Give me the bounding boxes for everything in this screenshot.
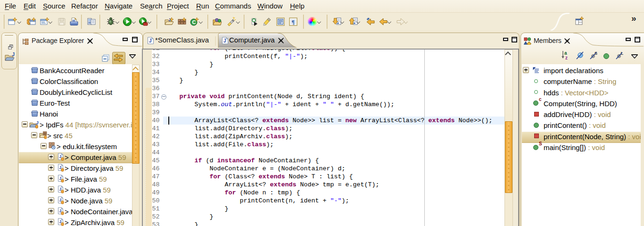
svg-text:J: J (59, 198, 61, 202)
svg-text:J: J (59, 187, 61, 192)
svg-text:J: J (149, 38, 152, 43)
svg-text:J: J (223, 38, 226, 43)
svg-text:J: J (59, 209, 61, 213)
svg-text:C: C (192, 19, 196, 25)
svg-text:J: J (59, 154, 61, 159)
svg-text:z: z (565, 55, 568, 60)
svg-text:J: J (168, 17, 171, 22)
svg-text:¶: ¶ (292, 19, 295, 25)
svg-text:J: J (59, 176, 61, 181)
svg-text:J: J (36, 120, 39, 125)
svg-text:J: J (59, 219, 61, 224)
svg-text:J: J (12, 52, 15, 57)
svg-text:J: J (59, 165, 61, 170)
